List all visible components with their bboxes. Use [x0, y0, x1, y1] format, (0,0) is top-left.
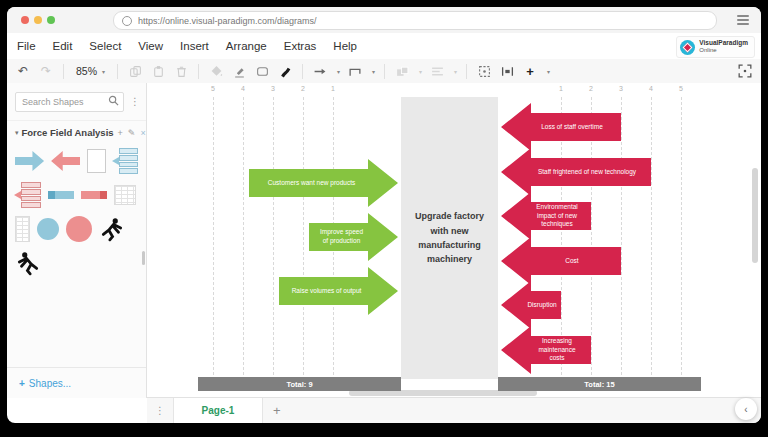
fill-color-icon[interactable]: [208, 63, 224, 79]
sidebar-footer: + Shapes...: [7, 367, 146, 398]
menu-item-select[interactable]: Select: [89, 40, 121, 52]
stencil-driving-force-bar[interactable]: [48, 191, 74, 199]
stencil-restraining-circle[interactable]: [66, 216, 92, 242]
add-page-button[interactable]: +: [263, 398, 291, 423]
stencil-driving-circle[interactable]: [37, 218, 59, 240]
force-label: Increasing maintenance costs: [501, 326, 591, 374]
gridline: [243, 97, 244, 375]
insert-shape-icon[interactable]: +: [522, 63, 538, 79]
brand-sub: Online: [699, 47, 748, 53]
menu-item-edit[interactable]: Edit: [53, 40, 73, 52]
vertical-scrollbar[interactable]: [752, 168, 758, 263]
search-options-icon[interactable]: ⋮: [128, 97, 142, 107]
driving-force-arrow[interactable]: Customers want new products: [249, 159, 398, 207]
menu-item-help[interactable]: Help: [333, 40, 357, 52]
brand-name: VisualParadigm: [699, 40, 748, 47]
copy-icon[interactable]: [127, 63, 143, 79]
ruler-number: 3: [271, 85, 275, 92]
force-label: Environmental impact of new techniques: [501, 192, 591, 240]
stencil-driving-force-arrow[interactable]: [15, 151, 44, 171]
ruler-number: 5: [211, 85, 215, 92]
sidebar-scrollbar[interactable]: [142, 251, 145, 265]
minimize-window-button[interactable]: [34, 16, 42, 24]
stencil-restraining-force-bar[interactable]: [81, 191, 107, 199]
force-label: Staff frightened of new technology: [501, 148, 651, 196]
menu-bar: File Edit Select View Insert Arrange Ext…: [7, 33, 761, 60]
menu-item-arrange[interactable]: Arrange: [226, 40, 267, 52]
fullscreen-icon[interactable]: [737, 63, 753, 79]
restraining-force-arrow[interactable]: Staff frightened of new technology: [501, 148, 651, 196]
menu-item-extras[interactable]: Extras: [284, 40, 317, 52]
page-tab-bar: ⋮ Page-1 +: [147, 397, 761, 423]
driving-force-arrow[interactable]: Improve speed of production: [309, 213, 398, 261]
stencil-score-table[interactable]: [15, 216, 30, 242]
menu-item-insert[interactable]: Insert: [180, 40, 209, 52]
format-painter-icon[interactable]: [277, 63, 293, 79]
edit-stencil-icon[interactable]: ✎: [127, 128, 137, 138]
ruler-number: 1: [331, 85, 335, 92]
ruler-number: 3: [619, 85, 623, 92]
chevron-down-icon: ▾: [102, 68, 105, 75]
page-options-icon[interactable]: ⋮: [147, 398, 173, 423]
restraining-force-arrow[interactable]: Disruption: [501, 281, 561, 329]
redo-icon[interactable]: ↷: [38, 63, 54, 79]
zoom-level-dropdown[interactable]: 85% ▾: [73, 65, 108, 77]
restraining-force-arrow[interactable]: Environmental impact of new techniques: [501, 192, 591, 240]
browser-menu-icon[interactable]: [737, 15, 749, 25]
stencil-pushing-person-right[interactable]: [15, 250, 41, 276]
page-tab-active[interactable]: Page-1: [173, 398, 263, 423]
stencil-restraining-force-arrow[interactable]: [51, 151, 80, 171]
diagram-canvas[interactable]: 5432112345 Upgrade factory with new manu…: [147, 83, 761, 398]
paste-icon[interactable]: [150, 63, 166, 79]
add-shapes-icon: +: [19, 378, 25, 389]
chevron-down-icon[interactable]: ▾: [454, 68, 457, 75]
line-end-style-icon[interactable]: [312, 63, 328, 79]
bring-forward-icon[interactable]: [394, 63, 410, 79]
shape-style-icon[interactable]: [254, 63, 270, 79]
driving-total-bar[interactable]: Total: 9: [198, 377, 401, 391]
edit-width-icon[interactable]: [499, 63, 515, 79]
ruler-number: 1: [559, 85, 563, 92]
main-area: ⋮ ▾ Force Field Analysis + ✎ ×: [7, 83, 761, 398]
url-bar[interactable]: https://online.visual-paradigm.com/diagr…: [113, 11, 717, 30]
gridline: [681, 97, 682, 375]
chevron-down-icon: ▾: [15, 129, 19, 137]
chevron-down-icon[interactable]: ▾: [337, 68, 340, 75]
undo-icon[interactable]: ↶: [15, 63, 31, 79]
close-stencil-icon[interactable]: ×: [139, 128, 146, 138]
gridline: [651, 97, 652, 375]
chevron-down-icon[interactable]: ▾: [547, 68, 550, 75]
menu-item-file[interactable]: File: [17, 40, 36, 52]
page-info-icon: [122, 16, 132, 26]
line-color-icon[interactable]: [231, 63, 247, 79]
transparency-icon[interactable]: [476, 63, 492, 79]
stencil-restraining-force-list[interactable]: [21, 182, 41, 208]
ruler-number: 4: [649, 85, 653, 92]
visual-paradigm-logo-icon: [680, 40, 695, 55]
chevron-down-icon[interactable]: ▾: [419, 68, 422, 75]
restraining-force-arrow[interactable]: Increasing maintenance costs: [501, 326, 591, 374]
more-shapes-link[interactable]: Shapes...: [29, 378, 71, 389]
stencil-driving-force-list[interactable]: [119, 148, 138, 174]
chevron-down-icon[interactable]: ▾: [372, 68, 375, 75]
goal-box[interactable]: Upgrade factory with new manufacturing m…: [401, 97, 498, 379]
stencil-goal-box[interactable]: [87, 149, 105, 173]
stencil-analysis-table[interactable]: [114, 185, 136, 205]
url-text: https://online.visual-paradigm.com/diagr…: [138, 16, 317, 26]
close-window-button[interactable]: [21, 16, 29, 24]
ruler-number: 2: [301, 85, 305, 92]
restraining-total-bar[interactable]: Total: 15: [498, 377, 701, 391]
delete-icon[interactable]: [173, 63, 189, 79]
connector-style-icon[interactable]: [347, 63, 363, 79]
add-stencil-icon[interactable]: +: [117, 128, 124, 138]
menu-item-view[interactable]: View: [138, 40, 163, 52]
driving-force-arrow[interactable]: Raise volumes of output: [279, 267, 398, 315]
maximize-window-button[interactable]: [47, 16, 55, 24]
ruler-number: 5: [679, 85, 683, 92]
align-icon[interactable]: [429, 63, 445, 79]
force-label: Improve speed of production: [309, 213, 398, 261]
stencil-pushing-person-left[interactable]: [99, 216, 125, 242]
browser-window: https://online.visual-paradigm.com/diagr…: [7, 7, 761, 423]
collapse-panel-button[interactable]: ‹: [735, 398, 757, 420]
stencil-section-header[interactable]: ▾ Force Field Analysis + ✎ ×: [7, 120, 146, 142]
